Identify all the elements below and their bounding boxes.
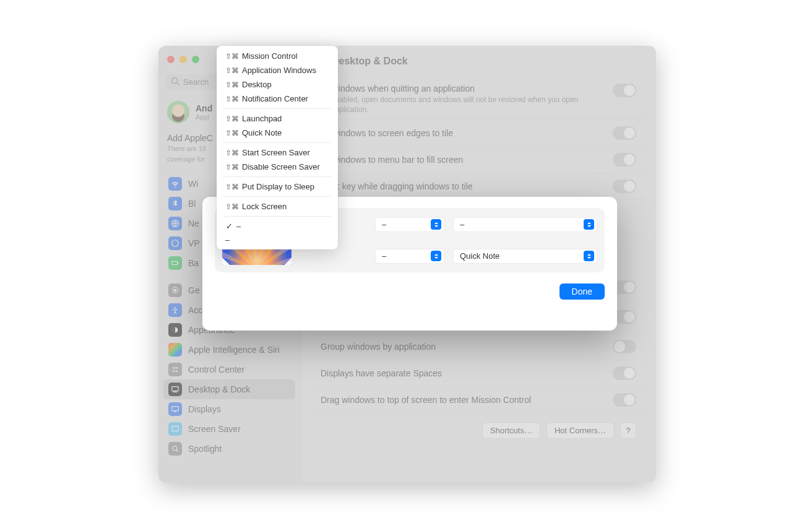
stepper-icon	[584, 251, 594, 261]
corner-indicator-bl	[222, 258, 230, 265]
menu-item-start-screen-saver[interactable]: ⇧⌘Start Screen Saver	[220, 145, 334, 160]
corner-indicator-br	[284, 258, 292, 265]
select-value: –	[382, 251, 386, 261]
menu-item-application-windows[interactable]: ⇧⌘Application Windows	[220, 63, 334, 77]
menu-item-put-display-sleep[interactable]: ⇧⌘Put Display to Sleep	[220, 180, 334, 194]
menu-separator	[223, 108, 332, 109]
stepper-icon	[584, 219, 594, 230]
corner-bottom-left-select[interactable]: –	[375, 249, 444, 264]
menu-item-quick-note[interactable]: ⇧⌘Quick Note	[220, 126, 334, 140]
menu-item-desktop[interactable]: ⇧⌘Desktop	[220, 77, 334, 92]
stepper-icon	[431, 219, 441, 230]
stepper-icon	[431, 251, 441, 261]
select-value: –	[382, 220, 386, 229]
select-value: –	[460, 220, 464, 229]
corner-top-right-select[interactable]: –	[453, 217, 597, 232]
modal-actions: Done	[215, 283, 605, 300]
menu-separator	[223, 196, 332, 197]
menu-separator	[223, 216, 332, 217]
done-button[interactable]: Done	[559, 283, 605, 300]
menu-item-launchpad[interactable]: ⇧⌘Launchpad	[220, 111, 334, 126]
menu-item-disable-screen-saver[interactable]: ⇧⌘Disable Screen Saver	[220, 160, 334, 174]
menu-item-notification-center[interactable]: ⇧⌘Notification Center	[220, 92, 334, 106]
select-value: Quick Note	[460, 251, 499, 261]
menu-separator	[223, 176, 332, 177]
menu-separator	[223, 142, 332, 143]
hot-corner-options-menu: ⇧⌘Mission Control ⇧⌘Application Windows …	[217, 46, 338, 249]
corner-bottom-right-select[interactable]: Quick Note	[453, 249, 597, 264]
menu-item-lock-screen[interactable]: ⇧⌘Lock Screen	[220, 199, 334, 214]
corner-top-left-select[interactable]: –	[375, 217, 444, 232]
menu-footer-dash: –	[220, 233, 334, 246]
menu-item-none-selected[interactable]: ✓–	[220, 219, 334, 233]
check-icon: ✓	[225, 222, 233, 231]
menu-item-mission-control[interactable]: ⇧⌘Mission Control	[220, 49, 334, 63]
